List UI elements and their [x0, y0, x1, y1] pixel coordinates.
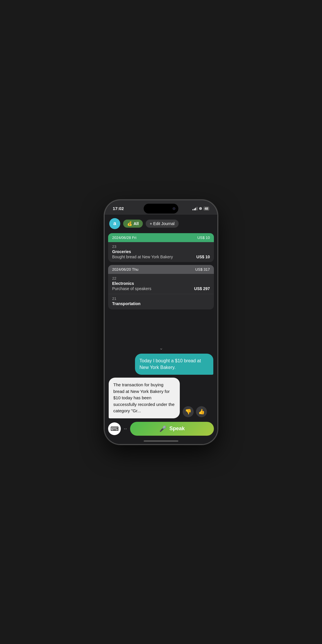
entry-category-23: Groceries [112, 249, 210, 254]
mic-icon: 🎤 [159, 425, 166, 432]
journal-date-2: 2024/06/20 Thu [112, 267, 138, 272]
journal-entry-23[interactable]: 23 Groceries Bought bread at New York Ba… [108, 242, 214, 262]
journal-entry-22[interactable]: 22 Electronics Purchase of speakers US$ … [108, 274, 214, 294]
home-bar [144, 440, 178, 442]
speak-button[interactable]: 🎤 Speak [130, 422, 214, 436]
battery-level: 48 [205, 207, 208, 210]
swap-icon: ↔ [123, 426, 128, 431]
journal-card-header-2: 2024/06/20 Thu US$ 317 [108, 265, 214, 274]
input-bar: ⌨ ↔ 🎤 Speak [105, 420, 217, 439]
signal-icon [193, 207, 197, 210]
entry-description-22: Purchase of speakers [112, 286, 151, 291]
feedback-buttons: 👎 👍 [183, 406, 207, 417]
dynamic-island [144, 204, 178, 214]
status-time: 17:02 [113, 206, 124, 211]
journal-area: 2024/06/28 Fri US$ 10 23 Groceries Bough… [105, 232, 217, 344]
journal-date-1: 2024/06/28 Fri [112, 235, 136, 240]
entry-row-22: Purchase of speakers US$ 297 [112, 286, 210, 291]
filter-pill[interactable]: 💰 All [123, 220, 143, 228]
thumbs-down-button[interactable]: 👎 [183, 406, 194, 417]
entry-description-23: Bought bread at New York Bakery [112, 255, 173, 259]
journal-total-2: US$ 317 [195, 267, 210, 272]
status-icons: ⊜ 48 [193, 206, 209, 211]
phone-frame: 17:02 ⊜ 48 a 💰 All + Ed [105, 200, 217, 444]
chevron-down-icon: ⌄ [159, 345, 163, 351]
home-indicator [105, 439, 217, 444]
entry-number-22: 22 [112, 276, 210, 281]
keyboard-button[interactable]: ⌨ [108, 422, 121, 435]
chat-area: Today I bought a $10 bread at New York B… [105, 351, 217, 419]
edit-journal-label: + Edit Journal [150, 221, 175, 226]
user-message-bubble: Today I bought a $10 bread at New York B… [135, 354, 214, 375]
journal-card-header-1: 2024/06/28 Fri US$ 10 [108, 233, 214, 242]
filter-icon: 💰 [127, 221, 132, 226]
entry-row-23: Bought bread at New York Bakery US$ 10 [112, 255, 210, 259]
entry-category-22: Electronics [112, 281, 210, 286]
keyboard-icon: ⌨ [110, 425, 119, 432]
filter-label: All [134, 221, 139, 226]
entry-number-21: 21 [112, 296, 210, 301]
top-bar: a 💰 All + Edit Journal [105, 215, 217, 232]
ai-message-row: The transaction for buying bread at New … [109, 378, 213, 418]
wifi-icon: ⊜ [199, 206, 202, 211]
screen-content: a 💰 All + Edit Journal 2024/06/28 Fri US… [105, 215, 217, 444]
battery-icon: 48 [203, 207, 209, 211]
speak-label: Speak [169, 426, 185, 432]
entry-amount-22: US$ 297 [194, 286, 210, 291]
divider-row: ⌄ [105, 344, 217, 351]
edit-journal-pill[interactable]: + Edit Journal [146, 220, 179, 228]
journal-card-2[interactable]: 2024/06/20 Thu US$ 317 22 Electronics Pu… [108, 265, 214, 309]
entry-category-21: Transportation [112, 301, 210, 306]
journal-entry-21[interactable]: 21 Transportation [108, 294, 214, 309]
thumbs-up-button[interactable]: 👍 [196, 406, 207, 417]
journal-card-1[interactable]: 2024/06/28 Fri US$ 10 23 Groceries Bough… [108, 233, 214, 262]
ai-message-bubble: The transaction for buying bread at New … [109, 378, 180, 418]
entry-number-23: 23 [112, 244, 210, 249]
camera-dot [173, 207, 175, 210]
journal-total-1: US$ 10 [197, 235, 210, 240]
avatar[interactable]: a [109, 218, 120, 229]
entry-amount-23: US$ 10 [196, 255, 210, 259]
